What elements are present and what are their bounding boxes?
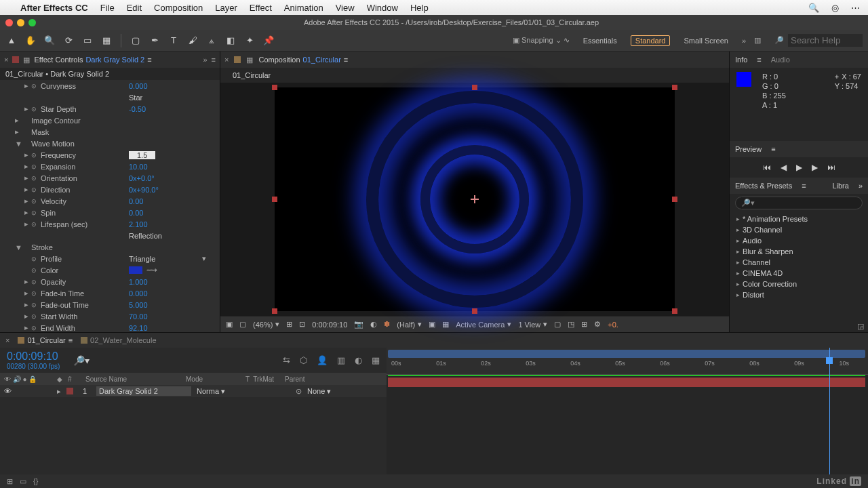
composition-viewer[interactable] [220,83,729,316]
composition-canvas[interactable] [275,87,675,311]
workspace-options-icon[interactable]: ▥ [754,36,761,45]
menu-effect[interactable]: Effect [250,3,272,13]
expand-layer-icon[interactable]: ▸ [57,387,61,396]
stopwatch-icon[interactable]: ⊙ [31,186,41,193]
fx-property-row[interactable]: ⊙ProfileTriangle▾ [0,253,220,264]
layer-parent[interactable]: None ▾ [307,387,361,396]
property-value[interactable]: 0x+0.0° [129,174,155,182]
puppet-tool-icon[interactable]: 📌 [262,35,275,47]
menu-composition[interactable]: Composition [154,3,203,13]
workspace-small-screen[interactable]: Small Screen [678,35,733,46]
property-value[interactable]: 0.00 [129,197,143,205]
spotlight-icon[interactable]: 🔍 [808,3,819,13]
property-value[interactable]: 0x+90.0° [129,186,159,194]
stopwatch-icon[interactable]: ⊙ [31,302,41,308]
eyedropper-icon[interactable]: ⟿ [146,266,157,274]
zoom-icon[interactable] [28,19,36,26]
effects-search-input[interactable]: 🔎▾ [735,197,863,209]
fx-property-row[interactable]: ▸⊙Curvyness0.000 [0,80,220,92]
property-value[interactable]: 70.00 [129,312,148,321]
stopwatch-icon[interactable]: ⊙ [31,279,41,285]
comp-lock-icon[interactable]: ▦ [246,56,253,64]
search-help-input[interactable] [788,34,863,47]
disclosure-icon[interactable]: ▸ [24,185,31,194]
property-value[interactable]: 5.000 [129,301,148,309]
pan-behind-tool-icon[interactable]: ▦ [100,35,113,47]
tab-effects-presets[interactable]: Effects & Presets [735,182,792,190]
disclosure-icon[interactable]: ▸ [24,104,31,113]
libraries-overflow-icon[interactable]: » [859,182,863,190]
property-value-editing[interactable]: 1.5 [129,151,155,159]
close-icon[interactable] [5,19,13,26]
tab-info[interactable]: Info [735,56,747,64]
property-value[interactable]: 0.000 [129,82,148,90]
disclosure-icon[interactable]: ▼ [15,140,22,148]
timeline-tab-1[interactable]: 01_Circular ≡ [18,336,73,344]
menu-window[interactable]: Window [367,3,398,13]
handle-bl[interactable] [272,308,277,314]
traffic-lights[interactable] [5,19,36,26]
fx-property-row[interactable]: ▸⊙Frequency1.5 [0,149,220,161]
stopwatch-icon[interactable]: ⊙ [31,256,41,262]
view-dropdown[interactable]: 1 View ▾ [518,320,547,329]
handle-tr[interactable] [672,85,677,90]
disclosure-icon[interactable]: ▸ [15,116,22,125]
disclosure-icon[interactable]: ▸ [24,277,31,286]
stopwatch-icon[interactable]: ⊙ [31,221,41,228]
disclosure-icon[interactable]: ▸ [24,208,31,217]
tab-audio[interactable]: Audio [771,56,790,64]
label-col-icon[interactable]: ◆ [57,375,62,383]
property-value[interactable]: 0.000 [129,289,148,298]
menu-file[interactable]: File [100,3,115,13]
resolution-icon[interactable]: ⊞ [286,320,292,329]
panel-overflow-icon[interactable]: » [203,56,207,64]
brush-tool-icon[interactable]: 🖌 [186,35,199,47]
graph-editor-icon[interactable]: ▦ [372,355,380,365]
timeline-timecode[interactable]: 0:00:09:10 [7,350,60,363]
property-value[interactable]: 0.00 [129,209,143,217]
property-value[interactable]: 10.00 [129,163,148,171]
prev-frame-icon[interactable]: ◀︎ [781,163,787,172]
timeline-icon[interactable]: ⊞ [581,320,587,329]
fx-property-row[interactable]: Reflection [0,230,220,241]
rotate-tool-icon[interactable]: ⟳ [62,35,75,47]
preset-category[interactable]: * Animation Presets [730,214,868,224]
timeline-tab-2[interactable]: 02_Water_Molecule [81,336,156,344]
status-icon-3[interactable]: {} [33,477,38,485]
play-icon[interactable]: ▶ [796,163,802,172]
fx-property-row[interactable]: ▸⊙Velocity0.00 [0,195,220,207]
resolution-dropdown[interactable]: (Half) ▾ [397,320,422,329]
layer-duration-bar[interactable] [388,378,865,387]
shy-icon[interactable]: 👤 [317,355,328,365]
preview-menu-icon[interactable]: ≡ [771,145,775,153]
fx-property-row[interactable]: ⊙Color⟿ [0,264,220,276]
disclosure-icon[interactable]: ▼ [15,243,22,251]
effects-menu-icon[interactable]: ≡ [802,182,806,190]
draft3d-icon[interactable]: ⬡ [300,355,307,365]
fx-property-row[interactable]: ▼Stroke [0,241,220,253]
color-mgmt-icon[interactable]: ✽ [384,320,390,329]
text-tool-icon[interactable]: T [167,35,180,47]
preset-category[interactable]: 3D Channel [730,224,868,235]
property-value[interactable]: 92.10 [129,324,148,332]
composition-tab[interactable]: Composition 01_Circular ≡ [258,56,348,64]
fx-property-row[interactable]: ▸⊙Start Width70.00 [0,310,220,322]
stopwatch-icon[interactable]: ⊙ [31,325,41,331]
fast-draft-icon[interactable]: ◳ [568,320,574,329]
timeline-track-area[interactable]: 00s01s02s03s04s05s06s07s08s09s10s [387,348,868,488]
menu-animation[interactable]: Animation [284,3,323,13]
snapping-toggle[interactable]: ▣ Snapping ⌄ ∿ [513,36,570,45]
playhead-handle-icon[interactable] [826,357,833,364]
flowchart-icon[interactable]: ⚙ [594,320,601,329]
exposure-value[interactable]: +0. [608,321,618,329]
layer-label-swatch[interactable] [66,388,73,394]
workspace-overflow-icon[interactable]: » [742,37,746,45]
zoom-dropdown[interactable]: (46%) ▾ [253,320,279,329]
stopwatch-icon[interactable]: ⊙ [31,267,41,274]
stopwatch-icon[interactable]: ⊙ [31,198,41,205]
fx-property-row[interactable]: ▸⊙Fade-in Time0.000 [0,287,220,299]
disclosure-icon[interactable]: ▸ [24,289,31,298]
fx-enable-icon[interactable]: ▦ [23,56,30,64]
disclosure-icon[interactable]: ▸ [15,127,22,136]
camera-tool-icon[interactable]: ▭ [81,35,94,47]
